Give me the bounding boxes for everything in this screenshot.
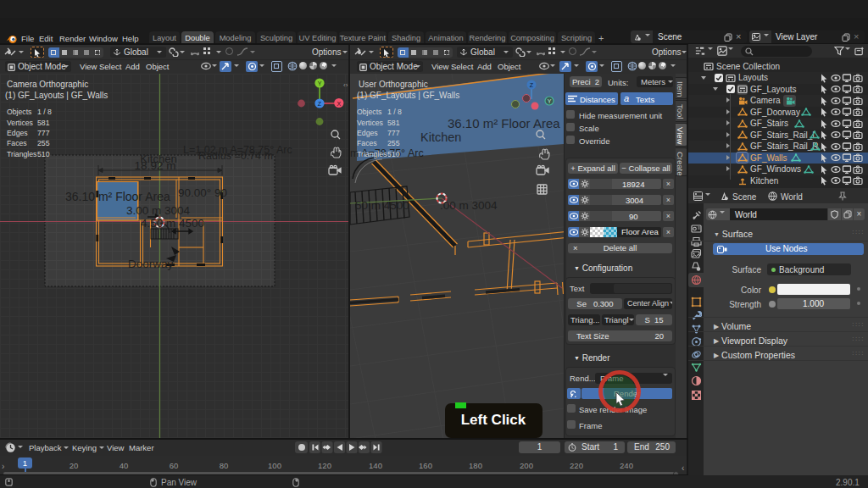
svg-text:18.92 m: 18.92 m [135, 159, 176, 172]
svg-text:50 m 4500: 50 m 4500 [355, 199, 409, 212]
svg-text:Y: Y [318, 80, 322, 86]
svg-text:Edges: Edges [357, 129, 378, 137]
svg-text:‹›: ‹› [343, 81, 348, 89]
svg-text:Objects: Objects [357, 108, 382, 116]
svg-text:Faces: Faces [7, 139, 27, 147]
svg-text:510: 510 [387, 150, 400, 158]
svg-text:777: 777 [387, 129, 400, 137]
svg-text:Triangles: Triangles [7, 150, 37, 158]
svg-text:Kitchen: Kitchen [420, 130, 461, 144]
svg-text:Z: Z [530, 82, 534, 88]
svg-text:(1) GF_Layouts | GF_Walls: (1) GF_Layouts | GF_Walls [357, 91, 459, 100]
svg-text:4.50 m 4500: 4.50 m 4500 [141, 217, 204, 230]
svg-text:3.00 m 3004: 3.00 m 3004 [126, 204, 191, 217]
svg-text:90.00° 90: 90.00° 90 [178, 186, 227, 199]
svg-text:Camera Orthographic: Camera Orthographic [7, 80, 88, 89]
svg-text:Vertices: Vertices [357, 119, 384, 127]
svg-text:Y: Y [548, 98, 552, 104]
svg-text:777: 777 [37, 129, 50, 137]
svg-text:.00 m 3004: .00 m 3004 [440, 199, 498, 212]
svg-text:510: 510 [37, 150, 50, 158]
svg-text:Radius =0.74 m: Radius =0.74 m [198, 150, 273, 162]
svg-text:Doorway: Doorway [128, 258, 174, 270]
svg-text:581: 581 [387, 119, 400, 127]
svg-text:1 / 8: 1 / 8 [387, 108, 402, 116]
svg-text:Triangles: Triangles [357, 150, 387, 158]
svg-text:X: X [337, 101, 341, 107]
svg-text:255: 255 [387, 139, 400, 147]
svg-text:(1) GF_Layouts | GF_Walls: (1) GF_Layouts | GF_Walls [5, 91, 108, 100]
svg-text:Vertices: Vertices [7, 119, 34, 127]
svg-text:Objects: Objects [7, 108, 32, 116]
svg-text:Faces: Faces [357, 139, 377, 147]
svg-text:255: 255 [37, 139, 50, 147]
svg-text:36.10 m² Floor Area: 36.10 m² Floor Area [448, 116, 560, 130]
svg-text:36.10 m² Floor Area: 36.10 m² Floor Area [65, 190, 170, 203]
svg-text:Z: Z [318, 101, 322, 107]
svg-text:User Orthographic: User Orthographic [359, 80, 428, 89]
svg-text:Edges: Edges [7, 129, 28, 137]
svg-text:1 / 8: 1 / 8 [37, 108, 52, 116]
svg-text:581: 581 [37, 119, 50, 127]
